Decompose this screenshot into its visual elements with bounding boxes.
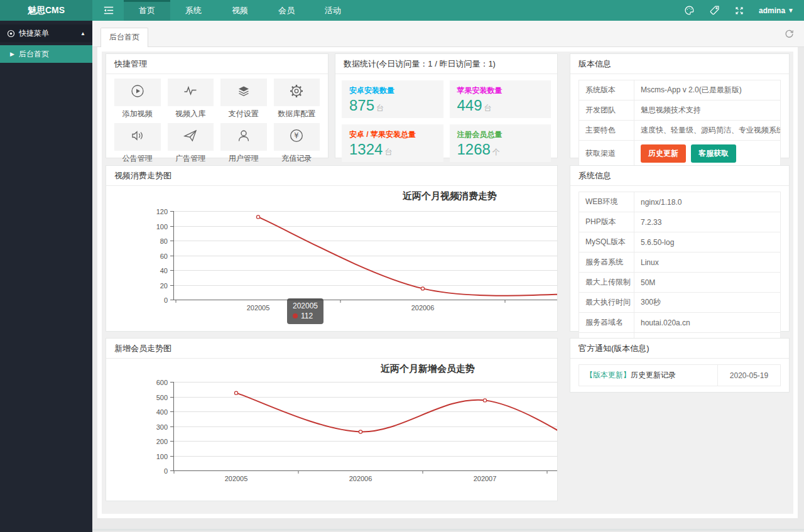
paper-plane-icon <box>182 128 198 146</box>
tooltip-series-dot <box>293 313 298 318</box>
shortcut-users-button[interactable] <box>220 123 267 151</box>
shortcut-ads-button[interactable] <box>168 123 214 151</box>
stat-unit: 台 <box>484 104 492 112</box>
sidebar-item-dashboard[interactable]: ▶ 后台首页 <box>0 45 92 63</box>
stat-value: 1324台 <box>349 141 436 158</box>
notice-tag: 【版本更新】 <box>585 371 631 379</box>
row-value: Mscms-App v 2.0(已是最新版) <box>634 80 781 100</box>
stat-card-registered-members: 注册会员总量1268个 <box>450 124 551 162</box>
panel-title: 视频消费走势图 <box>106 166 557 186</box>
nav-item-video[interactable]: 视频 <box>217 0 263 21</box>
system-info-table: WEB环境nginx/1.18.0PHP版本7.2.33MySQL版本5.6.5… <box>579 192 781 353</box>
row-value: 7.2.33 <box>634 212 781 232</box>
row-value: 300秒 <box>634 293 781 313</box>
svg-text:0: 0 <box>164 467 168 475</box>
chart-tooltip: 202005 112 <box>287 298 323 324</box>
row-value: 50M <box>634 273 781 293</box>
tooltip-value: 112 <box>301 312 313 320</box>
shortcut-label: 视频入库 <box>168 106 214 123</box>
bottom-divider <box>92 529 804 531</box>
shortcut-item-payment-settings: 支付设置 <box>220 79 267 123</box>
support-contact-button[interactable]: 客服获取 <box>691 144 736 163</box>
svg-text:600: 600 <box>156 379 168 386</box>
stat-label: 注册会员总量 <box>457 129 544 140</box>
row-label: 开发团队 <box>579 100 634 121</box>
shortcut-video-import-button[interactable] <box>168 79 214 106</box>
sidebar-group-label: 快捷菜单 <box>19 28 49 39</box>
gear-icon <box>288 83 305 102</box>
table-row: 系统版本Mscms-App v 2.0(已是最新版) <box>579 80 781 100</box>
palette-icon[interactable] <box>684 5 695 16</box>
svg-text:202005: 202005 <box>247 304 270 312</box>
nav-item-activity[interactable]: 活动 <box>310 0 356 21</box>
stats-grid: 安卓安装数量875台苹果安装数量449台安卓 / 苹果安装总量1324台注册会员… <box>335 74 557 168</box>
nav-item-system[interactable]: 系统 <box>170 0 217 21</box>
notice-date: 2020-05-19 <box>718 365 781 386</box>
yen-circle-icon: ¥ <box>288 128 305 146</box>
stat-label: 安卓安装数量 <box>349 85 436 96</box>
shortcut-grid: 添加视频视频入库支付设置数据库配置公告管理广告管理用户管理¥充值记录 <box>106 74 328 168</box>
tab-bar: 后台首页 <box>92 21 804 47</box>
stat-number: 449 <box>457 97 482 114</box>
shortcut-recharge-records-button[interactable]: ¥ <box>274 123 320 151</box>
row-value: Linux <box>634 252 781 273</box>
panel-data-stats: 数据统计(今日访问量：1 / 昨日访问量：1) 安卓安装数量875台苹果安装数量… <box>335 53 558 158</box>
notice-text: 历史更新记录 <box>631 371 676 379</box>
stat-value: 449台 <box>457 97 544 114</box>
row-value: 5.6.50-log <box>634 232 781 252</box>
row-label: MySQL版本 <box>579 232 634 252</box>
row-value: 速度快、轻量级、源码简洁、专业视频系统 <box>634 121 781 141</box>
stat-value: 875台 <box>349 97 436 114</box>
row-label: 主要特色 <box>579 121 634 141</box>
chart-title: 近两个月新增会员走势 <box>381 363 475 375</box>
svg-text:40: 40 <box>160 267 168 274</box>
stat-label: 安卓 / 苹果安装总量 <box>349 129 436 140</box>
shortcut-item-ads: 广告管理 <box>168 123 214 168</box>
svg-text:202006: 202006 <box>349 475 372 482</box>
table-row: WEB环境nginx/1.18.0 <box>579 192 781 212</box>
top-navbar: 首页系统视频会员活动 <box>92 0 804 21</box>
refresh-icon[interactable] <box>785 29 794 41</box>
bullseye-icon <box>7 30 15 38</box>
panel-quick-manage: 快捷管理 添加视频视频入库支付设置数据库配置公告管理广告管理用户管理¥充值记录 <box>106 53 329 158</box>
table-row: 开发团队魅思视频技术支持 <box>579 100 781 121</box>
table-row: 服务器域名houtai.020a.cn <box>579 313 781 333</box>
row-value: nginx/1.18.0 <box>634 192 781 212</box>
sidebar-toggle-icon[interactable] <box>103 6 114 18</box>
stat-number: 1324 <box>349 141 383 158</box>
shortcut-add-video-button[interactable] <box>114 79 161 106</box>
panel-version-info: 版本信息 系统版本Mscms-App v 2.0(已是最新版)开发团队魅思视频技… <box>570 53 790 158</box>
panel-member-trend: 新增会员走势图 近两个月新增会员走势 010020030040050060020… <box>106 338 558 501</box>
fullscreen-icon[interactable] <box>734 6 744 16</box>
svg-text:0: 0 <box>164 296 168 304</box>
svg-text:120: 120 <box>156 208 168 215</box>
nav-item-member[interactable]: 会员 <box>263 0 310 21</box>
shortcut-database-config-button[interactable] <box>274 79 320 106</box>
notice-link[interactable]: 【版本更新】历史更新记录 <box>579 365 718 386</box>
table-row: 获取渠道历史更新客服获取 <box>579 141 781 167</box>
shortcut-item-users: 用户管理 <box>220 123 267 168</box>
user-menu[interactable]: admina ▼ <box>759 6 794 15</box>
svg-text:202006: 202006 <box>411 304 435 312</box>
table-row: 最大执行时间300秒 <box>579 293 781 313</box>
svg-text:100: 100 <box>156 223 168 231</box>
svg-text:¥: ¥ <box>295 131 299 140</box>
shortcut-announcement-button[interactable] <box>114 123 161 151</box>
nav-item-home[interactable]: 首页 <box>124 0 170 21</box>
shortcut-payment-settings-button[interactable] <box>220 79 267 106</box>
table-row: MySQL版本5.6.50-log <box>579 232 781 252</box>
panel-title: 数据统计(今日访问量：1 / 昨日访问量：1) <box>335 54 557 74</box>
row-value: 魅思视频技术支持 <box>634 100 781 121</box>
table-row: 服务器系统Linux <box>579 252 781 273</box>
tag-icon[interactable] <box>709 5 720 16</box>
history-update-button[interactable]: 历史更新 <box>641 144 686 163</box>
sidebar-group-quick-menu[interactable]: 快捷菜单 ▲ <box>0 24 92 42</box>
svg-text:300: 300 <box>156 423 168 431</box>
tab-dashboard[interactable]: 后台首页 <box>100 28 148 47</box>
row-label: 最大执行时间 <box>579 293 634 313</box>
stat-unit: 台 <box>376 104 384 112</box>
panel-official-notice: 官方通知(版本信息) 【版本更新】历史更新记录2020-05-19 <box>570 338 790 393</box>
row-value: houtai.020a.cn <box>634 313 781 333</box>
notice-table: 【版本更新】历史更新记录2020-05-19 <box>579 364 781 386</box>
dashboard-content: 快捷管理 添加视频视频入库支付设置数据库配置公告管理广告管理用户管理¥充值记录 … <box>102 52 793 514</box>
